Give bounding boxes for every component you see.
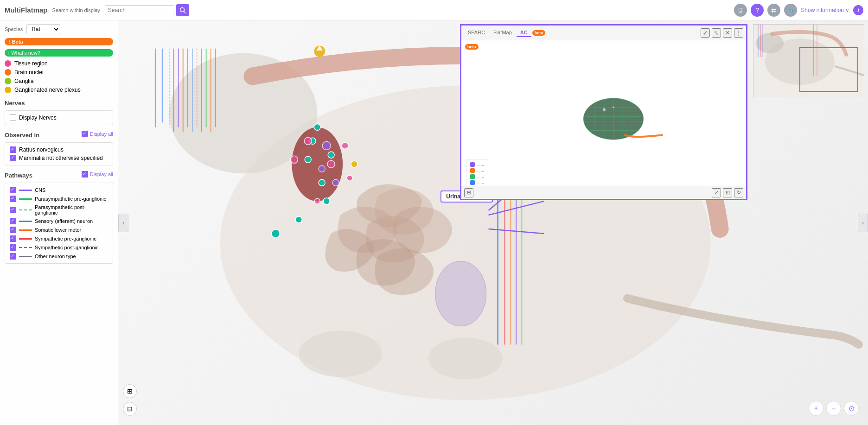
mammalia-checkbox[interactable] [10,155,16,161]
ganglia-label: Ganglia [14,78,33,84]
pathway-symp-pre: Sympathetic pre-ganglionic [10,235,108,242]
viewer-controls: ⤢ ⤡ ✕ ⋮ [701,28,743,38]
svg-point-6 [435,261,486,326]
vl-label-4: ...... [477,180,484,185]
svg-line-1 [184,11,185,13]
search-label: Search within display [52,7,100,13]
pathway-para-post: Parasympathetic post-ganglionic [10,204,108,216]
observed-in-title: Observed in [5,132,39,139]
pathways-list: CNS Parasympathetic pre-ganglionic Paras… [5,183,113,264]
para-pre-checkbox[interactable] [10,196,16,202]
tab-sparc[interactable]: SPARC [464,29,489,37]
display-nerves-checkbox[interactable] [10,114,16,121]
svg-point-5 [428,338,503,380]
observed-in-header: Observed in Display all [5,129,113,139]
pathways-header: Pathways Display all [5,169,113,179]
svg-point-11 [319,179,325,186]
viewer-contract-button[interactable]: ⤡ [712,28,721,38]
beta-badge[interactable]: ! Beta [5,38,113,45]
ganglionated-label: Ganglionated nerve plexus [14,87,81,93]
pathway-sensory: Sensory (afferent) neuron [10,218,108,224]
sensory-line [19,221,32,222]
svg-point-8 [314,124,320,130]
svg-point-24 [319,165,325,172]
header-right: 🖥 ? ⇄ 🔗 Show information ∨ i [734,4,863,17]
main-layout: Species Rat Mouse Human ! Beta i What's … [0,20,868,425]
whats-new-badge[interactable]: i What's new? [5,49,113,57]
viewer-legend-item-1: ...... [470,162,484,167]
zoom-in-button[interactable]: + [809,401,823,416]
viewer-legend-item-4: ...... [470,180,484,185]
svg-point-25 [332,179,339,186]
help-button[interactable]: ? [751,4,764,17]
para-pre-line [19,198,32,200]
minimap [753,24,864,98]
symp-pre-label: Sympathetic pre-ganglionic [35,236,96,241]
tab-ac[interactable]: AC [517,29,531,37]
link-button[interactable]: 🔗 [784,4,797,17]
cns-checkbox[interactable] [10,187,16,193]
viewer-menu-button[interactable]: ⋮ [734,28,743,38]
observed-item-mammalia: Mammalia not otherwise specified [10,155,108,161]
viewer-legend-item-3: ...... [470,174,484,179]
symp-pre-checkbox[interactable] [10,235,16,242]
para-post-checkbox[interactable] [10,207,16,213]
pathways-display-all-checkbox[interactable] [82,171,88,178]
observed-display-all[interactable]: Display all [82,131,113,137]
right-panel-collapse-button[interactable]: › [858,214,868,232]
observed-display-all-checkbox[interactable] [82,131,88,137]
svg-point-16 [304,137,312,145]
other-checkbox[interactable] [10,253,16,260]
symp-post-label: Sympathetic post-ganglionic [35,245,99,250]
viewer-bottom-icons: ⤢ ⊡ ↻ [712,188,743,197]
search-button[interactable] [176,4,189,16]
vl-dot-3 [470,174,475,179]
map-area[interactable]: Urinary bladder [118,20,868,425]
symp-post-checkbox[interactable] [10,244,16,251]
viewer-tabs: SPARC FlatMap AC beta [464,29,545,37]
cns-label: CNS [35,187,45,193]
symp-pre-line [19,238,32,240]
para-post-label: Parasympathetic post-ganglionic [35,204,108,216]
vl-label-1: ...... [477,162,484,167]
brain-nuclei-dot [5,69,11,76]
observed-list: Rattus norvegicus Mammalia not otherwise… [5,142,113,165]
viewer-bottom-icon-3[interactable]: ↻ [734,188,743,197]
search-input[interactable] [105,5,174,15]
ganglionated-dot [5,87,11,93]
svg-point-23 [322,141,331,150]
app-title: MultiFlatmap [5,6,48,14]
viewer-expand-button[interactable]: ⤢ [701,28,710,38]
svg-point-19 [342,142,348,149]
somatic-checkbox[interactable] [10,227,16,233]
minimap-svg [753,25,864,98]
viewer-3d-panel: SPARC FlatMap AC beta ⤢ ⤡ ✕ ⋮ beta [460,24,747,200]
zoom-reset-button[interactable]: ⊙ [844,401,859,416]
bottom-icon-btn-1[interactable]: ⊞ [123,384,137,398]
zoom-controls: + − ⊙ [809,401,859,416]
other-label: Other neuron type [35,254,76,259]
show-info-button[interactable]: Show information ∨ [801,7,849,13]
bottom-icon-btn-2[interactable]: ⊟ [123,402,137,416]
sidebar: Species Rat Mouse Human ! Beta i What's … [0,20,118,425]
viewer-bottom-btn-1[interactable]: ⊞ [464,188,473,197]
nerves-box: Display Nerves [5,110,113,125]
sidebar-collapse-button[interactable]: ‹ [118,214,128,232]
share-button[interactable]: ⇄ [767,4,780,17]
tab-flatmap[interactable]: FlatMap [490,29,516,37]
viewer-close-button[interactable]: ✕ [723,28,732,38]
zoom-out-button[interactable]: − [826,401,841,416]
rattus-checkbox[interactable] [10,146,16,153]
species-select[interactable]: Rat Mouse Human [26,24,60,34]
svg-point-17 [290,156,298,163]
sensory-checkbox[interactable] [10,218,16,224]
svg-point-14 [271,229,280,238]
symp-post-line [19,247,32,248]
somatic-label: Somatic lower motor [35,227,81,233]
species-row: Species Rat Mouse Human [5,24,113,34]
viewer-bottom-icon-1[interactable]: ⤢ [712,188,721,197]
viewer-bottom-icon-2[interactable]: ⊡ [723,188,732,197]
pathways-display-all[interactable]: Display all [82,171,113,178]
monitor-button[interactable]: 🖥 [734,4,747,17]
species-label: Species [5,26,23,32]
